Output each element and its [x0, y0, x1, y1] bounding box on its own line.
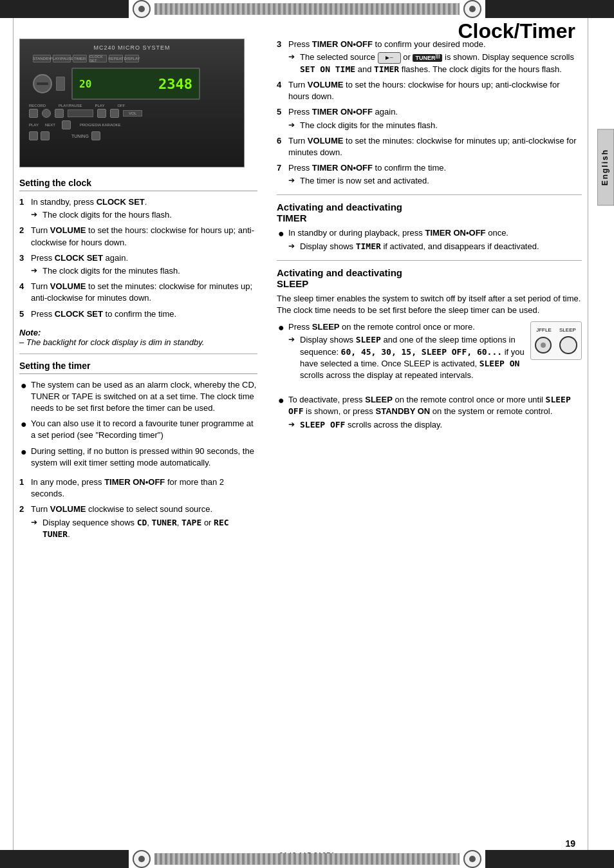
misc-btn: [110, 109, 119, 118]
play-btn: [42, 109, 51, 118]
right-column: 3 Press TIMER ON•OFF to confirm your des…: [277, 39, 582, 439]
sleep-label: SLEEP: [559, 327, 576, 333]
timer-btn: TIMER: [73, 55, 87, 62]
bottom-bar-left: [0, 850, 129, 868]
activating-timer-bullet: ● In standby or during playback, press T…: [277, 227, 582, 252]
stop-btn: [55, 109, 64, 118]
divider-2: [277, 194, 582, 195]
tuner-badge: TUNER))): [413, 54, 442, 62]
confirm-step-5: 5 Press TIMER ON•OFF again. The clock di…: [277, 106, 582, 131]
top-bar: [0, 0, 614, 18]
device-image: MC240 MICRO SYSTEM STANDBY PLAY/PAUSE TI…: [19, 39, 245, 167]
setting-timer-section: Setting the timer ● The system can be us…: [19, 361, 257, 540]
clock-step-2: 2 Turn VOLUME to set the hours: clockwis…: [19, 225, 257, 248]
activating-timer-heading: Activating and deactivating TIMER: [277, 202, 582, 223]
activating-sleep-section: Activating and deactivating SLEEP The sl…: [277, 267, 582, 431]
bottom-bar-right: [485, 850, 614, 868]
tuning-btn: [91, 131, 100, 140]
confirm-step-3: 3 Press TIMER ON•OFF to confirm your des…: [277, 39, 582, 75]
setting-clock-heading: Setting the clock: [19, 178, 257, 191]
fwd-btn: [41, 131, 50, 140]
tape-slot: [56, 77, 65, 91]
divider-1: [19, 354, 257, 354]
activating-timer-list: ● In standby or during playback, press T…: [277, 227, 582, 252]
display-left-text: 20: [79, 78, 91, 90]
setting-clock-steps: 1 In standby, press CLOCK SET. The clock…: [19, 196, 257, 320]
sleep-button-labels: JFFLE SLEEP: [535, 327, 577, 333]
device-face: MC240 MICRO SYSTEM STANDBY PLAY/PAUSE TI…: [20, 39, 244, 167]
clock-step-1-arrow: The clock digits for the hours flash.: [31, 209, 257, 221]
slider: [68, 109, 93, 117]
sleep-list: ● Press SLEEP on the remote control once…: [277, 321, 525, 381]
jffle-button[interactable]: [535, 337, 552, 354]
page-number: 19: [565, 838, 575, 849]
sleep-img-area: JFFLE SLEEP: [530, 321, 582, 389]
sleep-text: ● Press SLEEP on the remote control once…: [277, 321, 525, 389]
device-model-label: MC240 MICRO SYSTEM: [93, 44, 170, 51]
timer-step-2: 2 Turn VOLUME clockwise to select sound …: [19, 504, 257, 540]
border-left: [13, 0, 14, 868]
border-right: [588, 0, 588, 868]
activating-timer-arrow: Display shows TIMER if activated, and di…: [288, 241, 582, 252]
clock-step-3: 3 Press CLOCK SET again. The clock digit…: [19, 252, 257, 277]
top-bar-center: [154, 3, 460, 15]
play-pause-btn: PLAY/PAUSE: [53, 55, 71, 62]
cd-source-icon: ▶ ─: [378, 52, 401, 64]
sleep-bullet-1-arrow: Display shows SLEEP and one of the sleep…: [288, 334, 525, 381]
compass-left: [133, 0, 151, 18]
repeat-btn: REPEAT: [109, 55, 123, 62]
note-section: Note: – The backlight for clock display …: [19, 328, 257, 347]
bottom-bar: [0, 850, 614, 868]
clock-step-4: 4 Turn VOLUME to set the minutes: clockw…: [19, 281, 257, 304]
top-bar-right: [485, 0, 614, 18]
timer-step-2-arrow: Display sequence shows CD, TUNER, TAPE o…: [31, 517, 257, 540]
standby-btn: STANDBY: [33, 55, 51, 62]
setting-timer-bullets: ● The system can be used as an alarm clo…: [19, 379, 257, 469]
activating-sleep-heading: Activating and deactivating SLEEP: [277, 267, 582, 289]
compass-bottom-left: [133, 850, 151, 868]
rew-btn: [29, 131, 38, 140]
timer-bullet-2: ● You can also use it to record a favour…: [19, 418, 257, 441]
page: Clock/Timer English MC240 MICRO SYSTEM S…: [0, 0, 614, 868]
setting-timer-heading: Setting the timer: [19, 361, 257, 374]
confirm-step-7-arrow: The timer is now set and activated.: [288, 175, 582, 187]
eject-btn: [97, 109, 106, 118]
device-display: 20 2348: [71, 68, 200, 100]
next-btn: [62, 120, 71, 129]
confirm-step-6: 6 Turn VOLUME to set the minutes: clockw…: [277, 135, 582, 158]
language-tab: English: [597, 129, 614, 205]
sleep-intro: The sleep timer enables the system to sw…: [277, 293, 582, 316]
clock-step-1: 1 In standby, press CLOCK SET. The clock…: [19, 196, 257, 221]
timer-bullet-1: ● The system can be used as an alarm clo…: [19, 379, 257, 415]
setting-clock-section: Setting the clock 1 In standby, press CL…: [19, 178, 257, 347]
confirm-step-3-arrow1: The selected source ▶ ─ or TUNER))) is s…: [288, 52, 582, 75]
top-bar-left: [0, 0, 129, 18]
confirm-step-5-arrow: The clock digits for the minutes flash.: [288, 120, 582, 131]
sleep-bullet-2-arrow: SLEEP OFF scrolls across the display.: [288, 419, 582, 431]
activating-timer-section: Activating and deactivating TIMER ● In s…: [277, 202, 582, 252]
sleep-buttons: [535, 336, 577, 354]
sleep-button[interactable]: [559, 336, 577, 354]
sleep-remote-img: JFFLE SLEEP: [530, 321, 582, 360]
clock-step-5: 5 Press CLOCK SET to confirm the time.: [19, 308, 257, 320]
compass-bottom-right: [463, 850, 481, 868]
sleep-bullet-1: ● Press SLEEP on the remote control once…: [277, 321, 525, 381]
setting-timer-steps: 1 In any mode, press TIMER ON•OFF for mo…: [19, 476, 257, 540]
clock-set-btn: CLOCK SET: [89, 55, 107, 62]
clock-step-3-arrow: The clock digits for the minutes flash.: [31, 265, 257, 277]
display-right-text: 2348: [158, 76, 192, 92]
sleep-bullet-2: ● To deactivate, press SLEEP on the remo…: [277, 394, 582, 431]
timer-step-1: 1 In any mode, press TIMER ON•OFF for mo…: [19, 476, 257, 500]
compass-right: [463, 0, 481, 18]
display-btn: DISPLAY: [125, 55, 139, 62]
sleep-container: ● Press SLEEP on the remote control once…: [277, 321, 582, 389]
vol-indicator: VOL: [123, 110, 142, 117]
confirm-step-4: 4 Turn VOLUME to set the hours: clockwis…: [277, 79, 582, 102]
jffle-label: JFFLE: [536, 327, 552, 333]
confirming-timer-steps: 3 Press TIMER ON•OFF to confirm your des…: [277, 39, 582, 187]
cd-slot: [33, 74, 52, 93]
sleep-deactivate-list: ● To deactivate, press SLEEP on the remo…: [277, 394, 582, 431]
confirm-step-7: 7 Press TIMER ON•OFF to confirm the time…: [277, 162, 582, 187]
rec-btn: [29, 109, 38, 118]
timer-bullet-3: ● During setting, if no button is presse…: [19, 446, 257, 469]
